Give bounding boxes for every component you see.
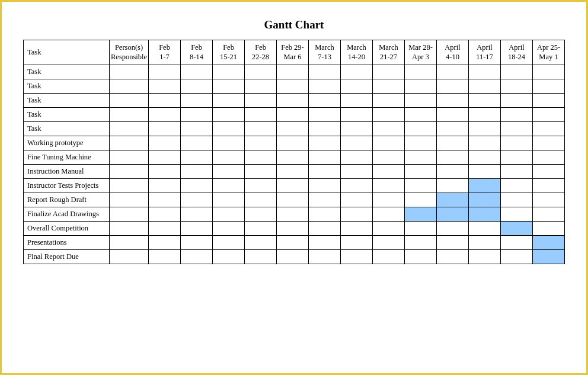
gantt-cell [277,65,309,79]
gantt-cell [437,165,469,179]
gantt-cell [245,136,277,150]
gantt-cell [213,222,245,236]
gantt-cell [309,165,341,179]
gantt-cell [181,236,213,250]
gantt-cell [213,179,245,193]
gantt-cell [309,136,341,150]
gantt-cell [277,207,309,222]
task-person [110,179,149,193]
gantt-cell [533,122,565,136]
table-row: Task [24,65,565,79]
gantt-cell [309,193,341,207]
gantt-cell [373,207,405,222]
gantt-cell [213,108,245,122]
gantt-cell [277,222,309,236]
gantt-cell [373,150,405,165]
gantt-cell [341,222,373,236]
gantt-cell [469,122,501,136]
gantt-cell [373,179,405,193]
table-row: Instructor Tests Projects [24,179,565,193]
task-name: Instructor Tests Projects [24,179,110,193]
task-name: Finalize Acad Drawings [24,207,110,222]
gantt-cell [245,79,277,94]
gantt-cell [245,222,277,236]
task-person [110,236,149,250]
gantt-cell [213,94,245,108]
gantt-cell [469,136,501,150]
gantt-cell [213,207,245,222]
task-person [110,222,149,236]
gantt-cell [501,94,533,108]
gantt-cell [533,150,565,165]
gantt-cell [309,65,341,79]
gantt-cell [501,122,533,136]
gantt-cell [469,222,501,236]
gantt-bar [469,179,501,193]
gantt-cell [149,108,181,122]
gantt-cell [373,122,405,136]
gantt-cell [405,165,437,179]
gantt-cell [437,65,469,79]
gantt-cell [405,65,437,79]
gantt-bar [469,193,501,207]
task-name: Instruction Manual [24,165,110,179]
gantt-cell [309,122,341,136]
gantt-cell [373,165,405,179]
table-row: Task [24,79,565,94]
gantt-cell [405,136,437,150]
gantt-cell [277,179,309,193]
task-person [110,207,149,222]
gantt-cell [149,179,181,193]
gantt-cell [469,94,501,108]
task-name: Report Rough Draft [24,193,110,207]
gantt-cell [309,222,341,236]
gantt-cell [213,79,245,94]
header-date-7: March21-27 [373,40,405,65]
gantt-cell [533,193,565,207]
task-name: Task [24,122,110,136]
gantt-cell [341,193,373,207]
gantt-cell [245,165,277,179]
gantt-bar [501,222,533,236]
gantt-cell [245,108,277,122]
gantt-cell [181,250,213,264]
gantt-cell [501,79,533,94]
gantt-cell [149,250,181,264]
gantt-cell [437,122,469,136]
gantt-cell [533,179,565,193]
gantt-cell [405,193,437,207]
task-person [110,108,149,122]
gantt-cell [373,250,405,264]
gantt-cell [373,65,405,79]
gantt-cell [373,79,405,94]
gantt-cell [341,108,373,122]
gantt-cell [213,65,245,79]
gantt-cell [533,108,565,122]
gantt-cell [469,165,501,179]
gantt-cell [405,179,437,193]
table-row: Final Report Due [24,250,565,264]
gantt-cell [437,136,469,150]
task-name: Overall Competition [24,222,110,236]
gantt-cell [149,193,181,207]
gantt-cell [373,236,405,250]
header-date-11: April18-24 [501,40,533,65]
task-name: Presentations [24,236,110,250]
gantt-cell [437,179,469,193]
gantt-cell [277,193,309,207]
gantt-cell [533,207,565,222]
task-person [110,65,149,79]
gantt-cell [277,136,309,150]
gantt-cell [469,79,501,94]
gantt-cell [501,150,533,165]
gantt-bar [405,207,437,222]
gantt-cell [149,122,181,136]
header-date-12: Apr 25-May 1 [533,40,565,65]
header-row: Task Person(s) Responsible Feb1-7 Feb8-1… [24,40,565,65]
gantt-cell [437,150,469,165]
task-name: Task [24,108,110,122]
gantt-cell [469,250,501,264]
gantt-bar [437,193,469,207]
gantt-cell [213,165,245,179]
task-name: Task [24,65,110,79]
